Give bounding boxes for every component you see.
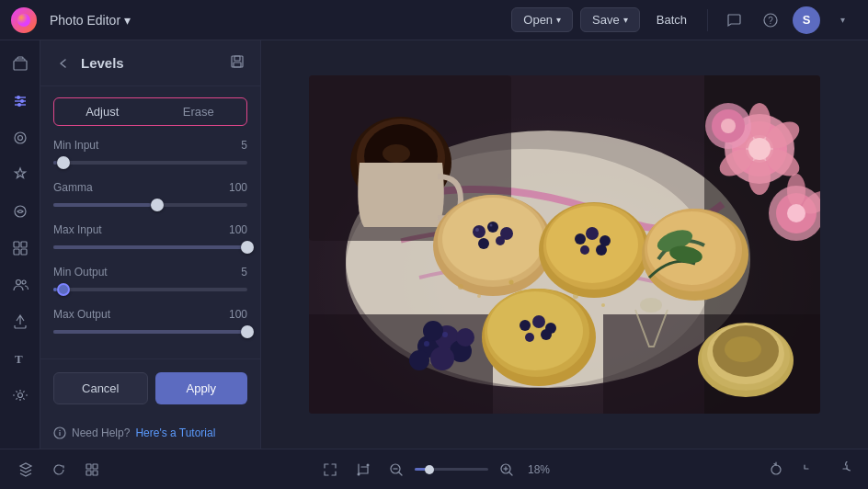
tutorial-link[interactable]: Here's a Tutorial (135, 426, 215, 439)
iconbar-people-button[interactable] (4, 268, 37, 301)
svg-point-73 (409, 350, 429, 370)
avatar[interactable]: S (793, 6, 820, 34)
max-output-slider-thumb[interactable] (241, 325, 254, 338)
app-title-button[interactable]: Photo Editor ▾ (44, 9, 136, 31)
bottom-bar: 18% (0, 449, 868, 489)
topbar: Photo Editor ▾ Open ▾ Save ▾ Batch ? S ▾ (0, 0, 868, 40)
panel-controls: Min Input 5 Gamma 100 (40, 126, 260, 358)
svg-rect-14 (21, 242, 27, 247)
info-icon (53, 426, 66, 439)
svg-text:?: ? (768, 16, 773, 26)
cancel-button[interactable]: Cancel (53, 372, 148, 404)
people-icon (11, 276, 29, 294)
svg-point-113 (358, 472, 360, 475)
svg-point-20 (17, 393, 22, 398)
tab-erase[interactable]: Erase (151, 98, 247, 125)
export-icon (11, 313, 29, 331)
iconbar-text-button[interactable]: T (4, 342, 37, 375)
apply-button[interactable]: Apply (155, 372, 248, 404)
app-logo (11, 7, 37, 33)
batch-label: Batch (657, 13, 687, 27)
min-output-slider-track (53, 288, 247, 291)
save-button[interactable]: Save ▾ (580, 7, 640, 32)
svg-point-52 (546, 206, 638, 283)
bottom-left-controls (11, 455, 107, 484)
svg-point-86 (748, 103, 771, 140)
svg-point-95 (787, 174, 805, 207)
gamma-slider-fill (53, 203, 151, 207)
max-input-label: Max Input (53, 223, 102, 236)
svg-point-26 (59, 430, 61, 432)
undo-button[interactable] (794, 455, 824, 484)
app-title-label: Photo Editor (50, 13, 120, 28)
back-icon (55, 55, 72, 72)
panel-help: Need Help? Here's a Tutorial (40, 417, 260, 449)
panel-buttons: Cancel Apply (40, 358, 260, 417)
reset-icon (768, 461, 784, 478)
max-input-slider-thumb[interactable] (241, 241, 254, 254)
svg-point-65 (532, 315, 545, 328)
min-input-slider-thumb[interactable] (57, 156, 70, 169)
iconbar-collage-button[interactable] (4, 232, 37, 265)
zoom-slider-thumb[interactable] (425, 465, 434, 474)
chat-button[interactable] (719, 6, 748, 35)
reset-button[interactable] (761, 455, 791, 484)
zoom-out-button[interactable] (382, 455, 411, 484)
panel-header: Levels (40, 40, 260, 86)
svg-point-7 (20, 99, 24, 103)
min-output-control: Min Output 5 (53, 266, 247, 295)
max-output-control: Max Output 100 (53, 308, 247, 337)
iconbar-adjust-button[interactable] (4, 85, 37, 118)
gamma-control: Gamma 100 (53, 181, 247, 210)
zoom-slider[interactable] (415, 468, 488, 471)
min-input-control: Min Input 5 (53, 139, 247, 168)
open-button[interactable]: Open ▾ (511, 7, 573, 32)
svg-point-63 (487, 291, 583, 370)
svg-point-42 (442, 198, 543, 280)
svg-point-5 (17, 96, 20, 99)
grid-button[interactable] (77, 455, 107, 484)
crop-button[interactable] (348, 455, 378, 484)
iconbar-export-button[interactable] (4, 305, 37, 338)
zoom-in-button[interactable] (492, 455, 521, 484)
redo-button[interactable] (828, 455, 857, 484)
gamma-slider-track (53, 203, 247, 207)
tab-adjust[interactable]: Adjust (54, 98, 151, 125)
fit-button[interactable] (315, 455, 345, 484)
iconbar-view-button[interactable] (4, 121, 37, 154)
panel-back-button[interactable] (53, 53, 74, 74)
panel-tabs: Adjust Erase (53, 97, 247, 126)
svg-rect-22 (234, 56, 240, 61)
effects-icon (11, 165, 29, 184)
history-button[interactable] (44, 455, 74, 484)
min-output-slider-thumb[interactable] (57, 283, 70, 296)
gamma-slider-thumb[interactable] (151, 199, 164, 211)
min-input-label: Min Input (53, 139, 98, 152)
svg-point-97 (787, 204, 805, 222)
svg-point-103 (640, 298, 662, 313)
iconbar-layers-button[interactable] (4, 48, 37, 81)
view-icon (11, 129, 29, 147)
svg-point-67 (525, 333, 534, 342)
panel-save-button[interactable] (227, 51, 247, 74)
svg-rect-13 (14, 242, 19, 247)
svg-point-72 (430, 347, 454, 370)
svg-rect-15 (14, 249, 19, 255)
svg-rect-23 (234, 63, 241, 67)
layers-icon (11, 55, 29, 74)
iconbar-effects-button[interactable] (4, 158, 37, 191)
svg-rect-109 (86, 464, 91, 469)
svg-point-10 (15, 132, 26, 143)
iconbar-retouch-button[interactable] (4, 195, 37, 228)
iconbar-settings-button[interactable] (4, 379, 37, 412)
batch-button[interactable]: Batch (647, 8, 696, 31)
help-button[interactable]: ? (756, 6, 785, 35)
max-output-label: Max Output (53, 308, 110, 321)
save-chevron: ▾ (623, 15, 628, 25)
svg-point-11 (17, 136, 22, 141)
layers-bottom-button[interactable] (11, 455, 40, 484)
canvas-area (261, 40, 868, 449)
more-button[interactable]: ▾ (828, 6, 857, 35)
min-input-value: 5 (241, 139, 247, 152)
svg-point-108 (601, 303, 605, 307)
